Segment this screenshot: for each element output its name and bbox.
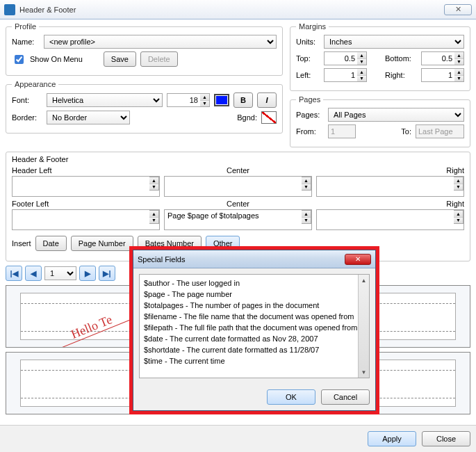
profile-group: Profile Name: <new profile> Show On Menu… [6,22,283,76]
titlebar: Header & Footer ✕ [0,0,476,19]
header-right-label: Right [316,166,464,175]
pages-legend: Pages [296,95,323,104]
field-line[interactable]: $filepath - The full file path that the … [144,322,354,333]
insert-date-button[interactable]: Date [35,236,67,251]
nav-last-button[interactable]: ▶| [99,266,115,281]
nav-next-button[interactable]: ▶ [79,266,96,281]
to-label: To: [401,127,411,136]
modal-close-button[interactable]: ✕ [345,254,371,265]
from-input[interactable] [328,124,356,138]
units-select[interactable]: Inches [324,35,464,49]
close-button[interactable]: Close [422,431,470,446]
header-left-input[interactable]: ▲▼ [12,176,160,197]
field-line[interactable]: $page - The page number [144,289,354,300]
appearance-legend: Appearance [12,80,58,88]
footer-right-label: Right [316,200,464,208]
header-footer-group: Header & Footer Header Left ▲▼ Center ▲▼… [6,152,470,261]
to-input[interactable] [416,124,464,138]
top-input[interactable] [324,51,357,65]
left-label: Left: [296,71,320,79]
bold-button[interactable]: B [233,92,253,108]
right-label: Right: [385,71,417,79]
preview-sample-text: Hello Te [44,302,140,348]
right-spinner[interactable]: ▲▼ [454,68,464,82]
italic-button[interactable]: I [257,92,277,108]
window-title: Header & Footer [19,6,76,14]
footer-center-label: Center [164,200,312,208]
margins-legend: Margins [296,22,329,31]
left-input[interactable] [324,68,357,82]
bottom-label: Bottom: [385,54,417,63]
name-label: Name: [12,38,40,46]
font-size-input[interactable] [167,93,200,107]
save-button[interactable]: Save [104,51,136,67]
header-left-label: Header Left [12,166,160,175]
modal-title: Special Fields [138,255,185,264]
footer-left-input[interactable]: ▲▼ [12,209,160,230]
profile-legend: Profile [12,22,39,31]
font-select[interactable]: Helvetica [47,93,163,107]
pages-select[interactable]: All Pages [328,108,464,122]
insert-page-number-button[interactable]: Page Number [71,236,133,251]
from-label: From: [296,127,324,136]
app-icon [4,4,15,15]
pages-label: Pages: [296,111,324,119]
header-center-input[interactable]: ▲▼ [164,176,312,197]
border-select[interactable]: No Border [47,111,130,124]
font-label: Font: [12,96,42,104]
font-size-spinner[interactable]: ▲▼ [200,93,210,107]
nav-prev-button[interactable]: ◀ [25,266,42,281]
margins-group: Margins Units: Inches Top: ▲▼ Bottom: ▲▼… [290,22,470,91]
show-on-menu-label: Show On Menu [30,55,83,63]
bottom-input[interactable] [421,51,454,65]
border-label: Border: [12,113,42,122]
field-line[interactable]: $time - The current time [144,355,354,366]
modal-cancel-button[interactable]: Cancel [321,389,370,405]
insert-label: Insert [12,239,31,248]
appearance-group: Appearance Font: Helvetica ▲▼ B I Border… [6,80,283,134]
modal-titlebar: Special Fields ✕ [133,250,375,268]
list-scrollbar[interactable]: ▲▼ [358,275,369,378]
window-close-button[interactable]: ✕ [444,4,472,15]
left-spinner[interactable]: ▲▼ [357,68,367,82]
field-line[interactable]: $author - The user logged in [144,277,354,289]
field-line[interactable]: $totalpages - The number of pages in the… [144,300,354,311]
field-line[interactable]: $filename - The file name that the docum… [144,311,354,322]
delete-button[interactable]: Delete [140,51,178,67]
nav-first-button[interactable]: |◀ [6,266,22,281]
dialog-footer: Apply Close [0,425,476,452]
units-label: Units: [296,38,320,46]
field-line[interactable]: $shortdate - The current date formatted … [144,344,354,355]
footer-right-input[interactable]: ▲▼ [316,209,464,230]
nav-page-select[interactable]: 1 [44,266,76,280]
footer-center-input[interactable]: Page $page of $totalpages▲▼ [164,209,312,230]
special-fields-modal: Special Fields ✕ $author - The user logg… [129,246,379,414]
hf-legend: Header & Footer [12,155,464,163]
special-fields-list[interactable]: $author - The user logged in $page - The… [139,274,370,378]
show-on-menu-checkbox[interactable] [15,55,24,64]
modal-ok-button[interactable]: OK [267,389,315,405]
bottom-spinner[interactable]: ▲▼ [454,51,464,65]
right-input[interactable] [421,68,454,82]
bgnd-color-swatch[interactable] [261,111,277,124]
font-color-swatch[interactable] [214,94,229,106]
pages-group: Pages Pages: All Pages From: To: [290,95,470,147]
field-line[interactable]: $date - The current date formatted as No… [144,333,354,344]
apply-button[interactable]: Apply [368,431,416,446]
header-right-input[interactable]: ▲▼ [316,176,464,197]
footer-left-label: Footer Left [12,200,160,208]
bgnd-label: Bgnd: [237,113,257,122]
top-spinner[interactable]: ▲▼ [357,51,367,65]
top-label: Top: [296,54,320,63]
header-center-label: Center [164,166,312,175]
profile-name-select[interactable]: <new profile> [44,35,277,49]
font-size-field[interactable]: ▲▼ [167,93,210,107]
